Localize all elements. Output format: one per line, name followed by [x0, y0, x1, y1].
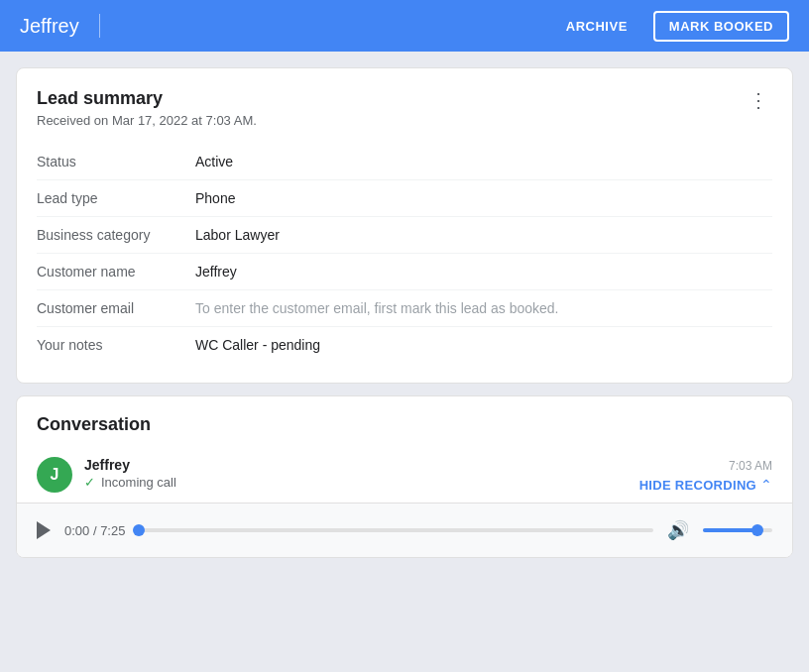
business-category-value: Labor Lawyer [195, 227, 772, 243]
play-icon [37, 521, 51, 539]
message-time: 7:03 AM [729, 457, 772, 473]
card-header: Lead summary Received on Mar 17, 2022 at… [17, 68, 792, 136]
mark-booked-button[interactable]: MARK BOOKED [653, 11, 789, 42]
page-title: Jeffrey [20, 15, 79, 38]
top-bar: Jeffrey ARCHIVE MARK BOOKED [0, 0, 809, 52]
avatar: J [37, 457, 72, 493]
lead-summary-card: Lead summary Received on Mar 17, 2022 at… [16, 67, 793, 384]
avatar-initial: J [51, 466, 59, 484]
recording-player: 0:00 / 7:25 🔊 [17, 503, 792, 557]
play-button[interactable] [37, 521, 51, 539]
lead-summary-title: Lead summary [37, 88, 257, 109]
customer-email-row: Customer email To enter the customer ema… [37, 290, 772, 327]
info-table: Status Active Lead type Phone Business c… [17, 136, 792, 383]
conversation-title: Conversation [37, 414, 772, 435]
call-type: Incoming call [101, 475, 176, 490]
status-row: Status Active [37, 144, 772, 180]
business-category-row: Business category Labor Lawyer [37, 217, 772, 254]
lead-type-value: Phone [195, 190, 772, 206]
lead-type-row: Lead type Phone [37, 180, 772, 217]
customer-name-row: Customer name Jeffrey [37, 254, 772, 290]
customer-email-label: Customer email [37, 300, 195, 316]
card-header-text: Lead summary Received on Mar 17, 2022 at… [37, 88, 257, 128]
conversation-header: Conversation [17, 396, 792, 447]
your-notes-row: Your notes WC Caller - pending [37, 327, 772, 363]
status-value: Active [195, 154, 772, 169]
call-arrow-icon: ✓ [84, 475, 95, 490]
conversation-card: Conversation J Jeffrey ✓ Incoming call 7… [16, 395, 793, 558]
volume-bar-fill [703, 528, 757, 532]
customer-name-label: Customer name [37, 264, 195, 280]
lead-type-label: Lead type [37, 190, 195, 206]
top-bar-divider [99, 14, 100, 38]
chevron-up-icon: ⌃ [760, 477, 772, 493]
message-name: Jeffrey [84, 457, 729, 473]
hide-recording-button[interactable]: HIDE RECORDING [639, 478, 756, 493]
status-label: Status [37, 154, 195, 169]
your-notes-value: WC Caller - pending [195, 337, 772, 353]
archive-button[interactable]: ARCHIVE [556, 13, 637, 40]
more-options-icon[interactable]: ⋮ [745, 88, 772, 112]
content-area: Lead summary Received on Mar 17, 2022 at… [0, 52, 809, 558]
time-display: 0:00 / 7:25 [64, 523, 125, 538]
customer-name-value: Jeffrey [195, 264, 772, 280]
message-row: J Jeffrey ✓ Incoming call 7:03 AM HIDE R… [17, 447, 792, 503]
business-category-label: Business category [37, 227, 195, 243]
progress-bar[interactable] [139, 528, 653, 532]
message-content: Jeffrey ✓ Incoming call [84, 457, 729, 490]
volume-knob[interactable] [751, 524, 763, 536]
app-container: Jeffrey ARCHIVE MARK BOOKED Lead summary… [0, 0, 809, 672]
volume-bar[interactable] [703, 528, 772, 532]
message-detail: ✓ Incoming call [84, 475, 729, 490]
top-bar-actions: ARCHIVE MARK BOOKED [556, 11, 789, 42]
customer-email-value: To enter the customer email, first mark … [195, 300, 772, 316]
your-notes-label: Your notes [37, 337, 195, 353]
progress-knob[interactable] [133, 524, 145, 536]
volume-icon[interactable]: 🔊 [667, 519, 689, 541]
lead-summary-subtitle: Received on Mar 17, 2022 at 7:03 AM. [37, 113, 257, 128]
hide-recording-area: HIDE RECORDING ⌃ [639, 477, 772, 493]
